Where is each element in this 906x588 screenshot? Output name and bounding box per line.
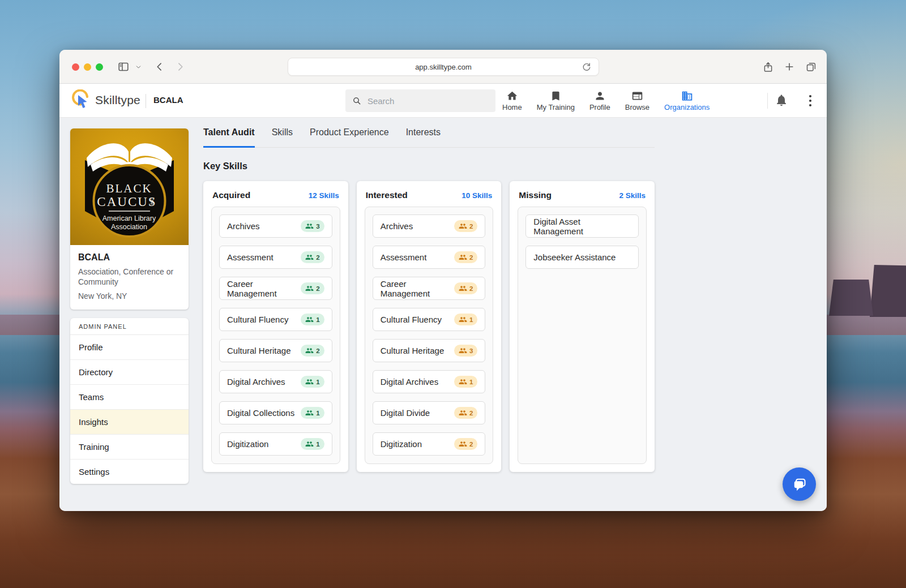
skill-card[interactable]: Digital Archives 1 [373, 370, 486, 393]
column-title: Acquired [212, 190, 250, 200]
search-icon [352, 96, 362, 106]
sidebar-item-profile[interactable]: Profile [70, 335, 189, 360]
share-icon[interactable] [760, 59, 775, 74]
tab-bar: Talent Audit Skills Product Experience I… [203, 118, 655, 148]
nav-profile[interactable]: Profile [589, 90, 610, 111]
new-tab-icon[interactable] [782, 59, 797, 74]
search-input[interactable] [367, 96, 489, 106]
nav-browse[interactable]: Browse [625, 90, 649, 111]
skill-count-badge: 1 [454, 376, 477, 388]
skill-count-badge: 2 [454, 438, 477, 450]
skill-count-badge: 1 [301, 376, 324, 388]
main-panel: Talent Audit Skills Product Experience I… [203, 118, 655, 511]
skill-card[interactable]: Digital Archives 1 [219, 370, 332, 393]
organizations-icon [681, 90, 693, 102]
back-button[interactable] [152, 59, 167, 74]
column-count-link[interactable]: 12 Skills [309, 191, 339, 200]
minimize-window-button[interactable] [84, 63, 91, 71]
chevron-down-icon[interactable] [133, 59, 143, 74]
reload-icon[interactable] [580, 61, 593, 73]
org-type: Association, Conference or Community [78, 267, 181, 287]
sidebar-item-insights[interactable]: Insights [70, 410, 189, 435]
skill-card[interactable]: Archives 3 [219, 214, 332, 238]
people-icon [305, 440, 314, 448]
svg-text:CAUCUS: CAUCUS [97, 195, 156, 209]
tab-skills[interactable]: Skills [272, 127, 293, 147]
address-bar[interactable]: app.skilltype.com [288, 58, 599, 76]
admin-panel-title: ADMIN PANEL [70, 318, 189, 335]
close-window-button[interactable] [72, 63, 79, 71]
nav-my-training[interactable]: My Training [537, 90, 575, 111]
people-icon [459, 440, 467, 448]
org-card: BLACK CAUCUS INC American Library Associ… [70, 128, 189, 310]
skill-card[interactable]: Cultural Heritage 2 [219, 339, 332, 362]
search-box[interactable] [345, 89, 495, 112]
people-icon [305, 409, 314, 417]
skill-card[interactable]: Jobseeker Assistance [525, 246, 639, 269]
chat-bubble-icon [791, 476, 808, 493]
skill-list: Archives 2 Assessment 2 Career Managemen… [365, 207, 494, 464]
chat-fab[interactable] [783, 467, 816, 501]
skill-card[interactable]: Digitization 1 [219, 432, 332, 456]
people-icon [305, 222, 314, 230]
people-icon [305, 377, 314, 386]
skill-count-badge: 1 [301, 438, 324, 450]
bookmark-icon [550, 90, 562, 102]
zoom-window-button[interactable] [96, 63, 103, 71]
tab-interests[interactable]: Interests [406, 127, 441, 147]
header-divider [146, 94, 146, 108]
column-interested: Interested 10 Skills Archives 2 Assessme… [357, 181, 502, 472]
window-controls [72, 63, 103, 71]
tab-overview-icon[interactable] [804, 59, 818, 74]
tab-talent-audit[interactable]: Talent Audit [203, 127, 255, 148]
browser-chrome: app.skilltype.com [59, 50, 827, 84]
column-missing: Missing 2 Skills Digital Asset Managemen… [510, 181, 655, 472]
people-icon [459, 377, 467, 386]
column-acquired: Acquired 12 Skills Archives 3 Assessment… [203, 181, 348, 472]
nav-organizations[interactable]: Organizations [664, 90, 710, 111]
home-icon [506, 90, 518, 102]
skill-card[interactable]: Digital Divide 2 [373, 401, 486, 424]
skill-card[interactable]: Cultural Fluency 1 [373, 308, 486, 331]
sidebar-item-teams[interactable]: Teams [70, 385, 189, 410]
notifications-bell-icon[interactable] [775, 93, 789, 108]
skill-card[interactable]: Archives 2 [373, 214, 486, 238]
browse-icon [631, 90, 643, 102]
skill-card[interactable]: Cultural Fluency 1 [219, 308, 332, 331]
skill-card[interactable]: Assessment 2 [219, 246, 332, 269]
skills-board: Acquired 12 Skills Archives 3 Assessment… [203, 181, 655, 472]
people-icon [305, 346, 314, 355]
skill-card[interactable]: Digital Asset Management [525, 214, 639, 238]
skill-count-badge: 2 [454, 282, 477, 294]
admin-panel: ADMIN PANEL Profile Directory Teams Insi… [70, 318, 189, 484]
brand-name: Skilltype [95, 93, 140, 107]
skill-card[interactable]: Career Management 2 [373, 277, 486, 300]
skill-card[interactable]: Career Management 2 [219, 277, 332, 300]
sidebar-item-directory[interactable]: Directory [70, 360, 189, 385]
forward-button[interactable] [173, 59, 187, 74]
skill-card[interactable]: Digital Collections 1 [219, 401, 332, 424]
sidebar-item-training[interactable]: Training [70, 435, 189, 460]
svg-text:INC: INC [150, 198, 154, 205]
skilltype-logo-icon [71, 89, 90, 111]
more-menu-icon[interactable] [804, 93, 817, 108]
column-count-link[interactable]: 2 Skills [619, 191, 646, 200]
tab-product-experience[interactable]: Product Experience [310, 127, 389, 147]
skill-count-badge: 2 [454, 220, 477, 232]
sidebar-item-settings[interactable]: Settings [70, 460, 189, 484]
sidebar-toggle-icon[interactable] [116, 59, 131, 74]
org-sidebar: BLACK CAUCUS INC American Library Associ… [70, 128, 189, 484]
nav-home[interactable]: Home [502, 90, 522, 111]
skilltype-logo[interactable]: Skilltype [71, 89, 140, 111]
people-icon [459, 315, 467, 324]
org-info: BCALA Association, Conference or Communi… [70, 245, 189, 310]
url-text: app.skilltype.com [415, 63, 472, 71]
browser-window: app.skilltype.com Skilltype BCALA [59, 50, 827, 511]
skill-card[interactable]: Cultural Heritage 3 [373, 339, 486, 362]
skill-card[interactable]: Digitization 2 [373, 432, 486, 456]
bcala-logo: BLACK CAUCUS INC American Library Associ… [70, 128, 189, 245]
skill-card[interactable]: Assessment 2 [373, 246, 486, 269]
column-count-link[interactable]: 10 Skills [461, 191, 492, 200]
people-icon [459, 346, 467, 355]
app-header: Skilltype BCALA Home My Training Profile [59, 84, 827, 118]
